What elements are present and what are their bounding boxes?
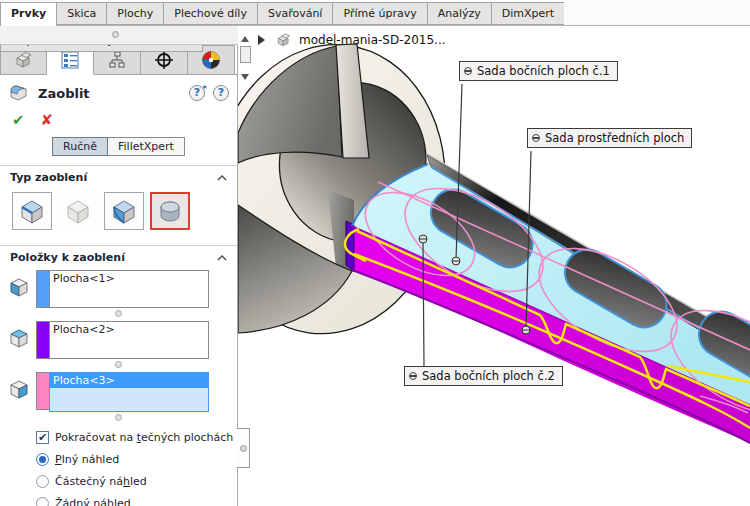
page-title: Zaoblit <box>38 86 181 101</box>
no-preview-radio[interactable] <box>36 497 49 506</box>
scroll-thumb[interactable] <box>240 46 251 63</box>
part-icon <box>275 31 293 49</box>
face-cube-icon-right <box>8 378 30 400</box>
star-icon: ✶ <box>201 81 208 95</box>
property-manager-panel: Zaoblit ?✶ ? ✔ ✘ Ručně FilletXpert Typ z… <box>0 45 238 506</box>
list-item[interactable]: Plocha<1> <box>50 271 208 286</box>
ok-button[interactable]: ✔ <box>12 111 25 129</box>
list-item-selected[interactable]: Plocha<3> <box>50 373 208 388</box>
callout-text: Sada prostředních ploch <box>545 131 684 145</box>
full-preview-radio[interactable] <box>36 453 49 466</box>
tangent-propagation-label[interactable]: Pokračovat na tečných plochách <box>55 431 233 444</box>
ribbon-tab-bar: PrvkySkicaPlochyPlechové dílySvařováníPř… <box>0 0 750 26</box>
panel-splitter-dot[interactable] <box>112 31 119 38</box>
face-selection-row-2: Plocha<2> <box>0 318 237 359</box>
ribbon-tab-dimxpert[interactable]: DimXpert <box>491 2 564 25</box>
scroll-down-icon[interactable] <box>241 74 249 80</box>
variable-size-fillet-icon <box>64 197 92 225</box>
face-color-swatch-1 <box>36 270 49 308</box>
constant-size-fillet-icon <box>18 197 46 225</box>
fillet-type-buttons <box>0 187 237 236</box>
face-color-swatch-3 <box>36 372 49 410</box>
confirm-actions: ✔ ✘ <box>0 103 237 129</box>
face-fillet-icon <box>110 197 138 225</box>
listbox-resize-handle[interactable] <box>0 359 237 369</box>
scroll-up-icon[interactable] <box>241 36 249 42</box>
face-list-box-2[interactable]: Plocha<2> <box>49 321 209 359</box>
face-cube-icon-front <box>8 276 30 298</box>
callout-handle-icon[interactable] <box>409 372 417 380</box>
callout-side-faces-2[interactable]: Sada bočních ploch č.2 <box>404 366 563 386</box>
filletxpert-mode-button[interactable]: FilletXpert <box>108 137 185 156</box>
panel-edge-splitter[interactable] <box>237 428 250 468</box>
callout-text: Sada bočních ploch č.1 <box>477 64 610 78</box>
callout-text: Sada bočních ploch č.2 <box>422 369 555 383</box>
partial-preview-radio[interactable] <box>36 475 49 488</box>
ribbon-tab-skica[interactable]: Skica <box>57 2 106 25</box>
model-name[interactable]: model-mania-SD-2015... <box>299 33 446 47</box>
list-item[interactable]: Plocha<2> <box>50 322 208 337</box>
display-manager-icon <box>201 50 221 70</box>
cancel-button[interactable]: ✘ <box>41 111 54 129</box>
ribbon-tab-plechove-dily[interactable]: Plechové díly <box>163 2 257 25</box>
configuration-manager-icon <box>107 51 127 69</box>
constant-size-fillet-button[interactable] <box>12 192 52 230</box>
partial-preview-option: Částečný náhled <box>36 475 237 488</box>
callout-middle-faces[interactable]: Sada prostředních ploch <box>527 128 692 148</box>
chevron-up-icon <box>217 175 227 181</box>
part-icon <box>13 50 35 70</box>
panel-top-strip <box>0 26 238 45</box>
variable-size-fillet-button[interactable] <box>58 192 98 230</box>
bar-body[interactable] <box>345 154 750 443</box>
leader-endpoint-3 <box>419 235 427 243</box>
face-list-box-3[interactable]: Plocha<3> <box>49 372 209 412</box>
chevron-up-icon <box>217 255 227 261</box>
full-round-fillet-button[interactable] <box>150 192 190 230</box>
items-section-header[interactable]: Položky k zaoblení <box>0 246 237 267</box>
tangent-propagation-checkbox[interactable]: ✔ <box>36 431 49 444</box>
listbox-resize-handle[interactable] <box>0 308 237 318</box>
tree-mini-scrollbar[interactable] <box>239 30 252 84</box>
face-fillet-button[interactable] <box>104 192 144 230</box>
ribbon-tab-prime-upravy[interactable]: Přímé úpravy <box>332 2 426 25</box>
full-round-fillet-icon <box>156 197 184 225</box>
leader-endpoint-1 <box>452 257 460 265</box>
ribbon-tab-plochy[interactable]: Plochy <box>106 2 163 25</box>
ribbon-tab-svarovani[interactable]: Svařování <box>257 2 333 25</box>
fillet-type-section-header[interactable]: Typ zaoblení <box>0 166 237 187</box>
callout-side-faces-1[interactable]: Sada bočních ploch č.1 <box>459 61 618 81</box>
face-selection-row-1: Plocha<1> <box>0 267 237 308</box>
no-preview-label[interactable]: Žádný náhled <box>55 497 131 506</box>
splitter-dot-icon <box>240 445 247 452</box>
full-preview-label[interactable]: Plný náhled <box>55 453 119 466</box>
callout-handle-icon[interactable] <box>532 134 540 142</box>
tangent-propagation-option: ✔ Pokračovat na tečných plochách <box>36 431 237 444</box>
ribbon-tab-prvky[interactable]: Prvky <box>0 2 57 27</box>
bar-end-cap <box>346 221 354 271</box>
expand-arrow-icon[interactable] <box>258 35 265 45</box>
fillet-feature-icon <box>8 83 30 103</box>
callout-handle-icon[interactable] <box>464 67 472 75</box>
full-preview-option: Plný náhled <box>36 453 237 466</box>
mode-toggle-group: Ručně FilletXpert <box>0 137 237 156</box>
whats-new-help-icon[interactable]: ?✶ <box>189 85 205 101</box>
no-preview-option: Žádný náhled <box>36 497 237 506</box>
partial-preview-label[interactable]: Částečný náhled <box>55 475 147 488</box>
list-box-empty-area[interactable] <box>50 388 208 412</box>
feature-header: Zaoblit ?✶ ? <box>0 75 237 103</box>
face-color-swatch-2 <box>36 321 49 359</box>
face-list-box-1[interactable]: Plocha<1> <box>49 270 209 308</box>
items-section-label: Položky k zaoblení <box>10 251 217 264</box>
flyout-feature-tree: model-mania-SD-2015... <box>258 31 446 49</box>
listbox-resize-handle[interactable] <box>0 412 237 422</box>
property-manager-icon <box>60 51 80 69</box>
fillet-type-section-label: Typ zaoblení <box>10 171 217 184</box>
dimxpert-icon <box>153 50 175 70</box>
face-selection-row-3: Plocha<3> <box>0 369 237 412</box>
leader-endpoint-2 <box>522 326 530 334</box>
manual-mode-button[interactable]: Ručně <box>52 137 108 156</box>
ribbon-tab-analyzy[interactable]: Analýzy <box>427 2 491 25</box>
face-cube-icon-top <box>8 327 30 349</box>
help-icon[interactable]: ? <box>213 85 229 101</box>
